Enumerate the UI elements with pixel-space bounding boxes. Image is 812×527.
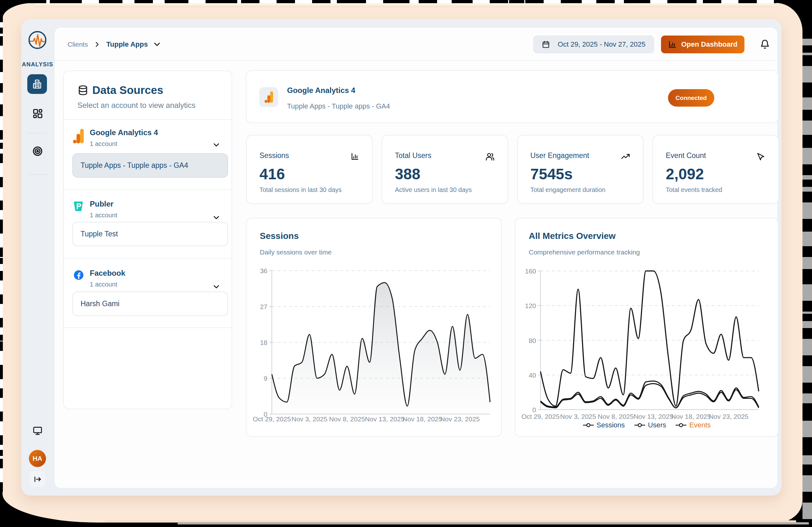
svg-text:80: 80 (529, 337, 536, 344)
svg-text:Nov 18, 2025: Nov 18, 2025 (403, 415, 442, 423)
svg-text:9: 9 (264, 375, 267, 382)
svg-text:Nov 23, 2025: Nov 23, 2025 (709, 413, 749, 420)
svg-text:Oct 29, 2025: Oct 29, 2025 (521, 413, 560, 420)
svg-text:27: 27 (260, 303, 267, 310)
svg-text:Nov 13, 2025: Nov 13, 2025 (365, 415, 404, 423)
svg-text:Nov 3, 2025: Nov 3, 2025 (560, 413, 596, 420)
svg-text:Nov 13, 2025: Nov 13, 2025 (634, 413, 673, 420)
svg-text:0: 0 (532, 406, 536, 413)
svg-text:Nov 8, 2025: Nov 8, 2025 (329, 415, 365, 423)
svg-text:Nov 3, 2025: Nov 3, 2025 (291, 415, 327, 423)
svg-text:120: 120 (525, 302, 536, 309)
svg-text:Nov 23, 2025: Nov 23, 2025 (440, 415, 480, 423)
svg-text:40: 40 (529, 372, 536, 379)
svg-text:Nov 18, 2025: Nov 18, 2025 (671, 413, 711, 420)
svg-text:Oct 29, 2025: Oct 29, 2025 (253, 415, 291, 423)
svg-text:18: 18 (260, 339, 267, 346)
svg-text:Nov 8, 2025: Nov 8, 2025 (598, 413, 634, 420)
svg-text:36: 36 (260, 267, 267, 274)
svg-text:160: 160 (525, 268, 536, 275)
